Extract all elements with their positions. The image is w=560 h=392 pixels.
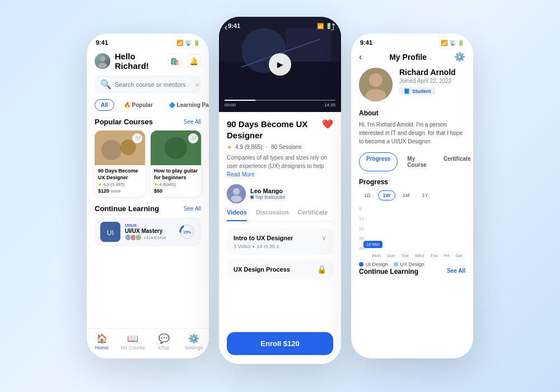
course-card-1[interactable]: 🤍 90 Days Become UX Designer ★ 4.9 (9.86… (95, 130, 145, 197)
heart-icon-1[interactable]: 🤍 (132, 133, 142, 143)
continue-name: UI/UX Mastery (125, 228, 174, 234)
tab-discussion[interactable]: Discussion (256, 209, 289, 221)
enroll-button[interactable]: Enroll $120 (227, 332, 333, 355)
star-icon: ★ (98, 182, 102, 187)
video-progress-track[interactable] (225, 100, 335, 101)
course-thumb-2: 🤍 (151, 130, 201, 165)
profile-continue-see-all[interactable]: See All (447, 268, 465, 276)
svg-point-17 (233, 188, 240, 195)
wifi-icon: 📡 (185, 40, 192, 46)
course-price-1: $120 $220 (98, 188, 142, 194)
read-more-link[interactable]: Read More (227, 171, 254, 178)
search-bar[interactable]: 🔍 ≡ (95, 75, 201, 94)
bottom-nav: 🏠 Home 📖 My Course 💬 Chat ⚙️ Settings (87, 328, 209, 358)
course-name-2: How to play guitar for beginners (154, 168, 198, 181)
continue-see-all[interactable]: See All (184, 206, 201, 212)
instructor-row: Leo Mango Top Instructor (227, 184, 333, 203)
time-tab-1w[interactable]: 1W (378, 190, 396, 200)
svg-point-20 (369, 73, 382, 87)
about-text: Hi, I'm Richard Arnold. I'm a person int… (359, 120, 465, 146)
notification-button[interactable]: 🔔 (186, 54, 201, 68)
course-name-1: 90 Days Become UX Designer (98, 168, 142, 181)
tab-certificate[interactable]: Certificate (298, 209, 328, 221)
popular-courses-header: Popular Courses See All (87, 116, 209, 130)
profile-user-section: Richard Arnold Joined April 22, 2022 📘 S… (351, 68, 473, 109)
nav-chat[interactable]: 💬 Chat (153, 333, 175, 351)
instructor-name: Leo Mango (250, 188, 286, 194)
lesson-title-2: UX Design Process (234, 266, 290, 273)
time-tab-1d[interactable]: 1D (359, 190, 376, 200)
course-icon: 📖 (127, 333, 138, 344)
profile-joined: Joined April 22, 2022 (399, 78, 465, 84)
tab-videos[interactable]: Videos (227, 209, 247, 221)
sessions-count: 80 Sessions (271, 144, 301, 150)
svg-rect-14 (286, 28, 331, 62)
continue-info: UI/UX UI/UX Mastery +41k Enroll (125, 223, 174, 241)
course-author-2: ★ 4.8(865) (154, 182, 198, 187)
course-thumb-1: 🤍 (95, 130, 145, 165)
settings-gear-icon[interactable]: ⚙️ (454, 52, 465, 62)
lesson-title-1: Intro to UX Designer (234, 235, 293, 241)
play-button[interactable]: ▶ (269, 53, 291, 76)
profile-info: Richard Arnold Joined April 22, 2022 📘 S… (399, 68, 465, 95)
lesson-item-1[interactable]: Intro to UX Designer ∨ 3 Video 14 m 35 s (227, 228, 333, 255)
nav-settings[interactable]: ⚙️ Settings (183, 333, 205, 351)
about-title: About (359, 109, 465, 117)
search-input[interactable] (115, 81, 192, 88)
progress-section-title: Progress (359, 178, 465, 186)
lesson-item-2[interactable]: UX Design Process 🔒 (227, 259, 333, 279)
lesson-header-1: Intro to UX Designer ∨ (234, 234, 326, 242)
rating-value: 4.9 (9.865) (235, 144, 262, 150)
course-card-2[interactable]: 🤍 How to play guitar for beginners ★ 4.8… (151, 130, 201, 197)
signal-icon-3: 📶 (441, 40, 447, 46)
time-tab-1m[interactable]: 1M (398, 190, 415, 200)
nav-my-course[interactable]: 📖 My Course (120, 333, 145, 351)
lock-icon: 🔒 (317, 265, 326, 274)
popular-see-all[interactable]: See All (184, 119, 201, 125)
home-header: Hello Richard! 🛍️ 🔔 (87, 48, 209, 75)
legend-dot-ux (394, 262, 398, 267)
continue-tag: UI/UX (125, 223, 174, 228)
enroll-section: Enroll $120 (219, 325, 341, 364)
courses-list: 🤍 90 Days Become UX Designer ★ 4.9 (9.86… (87, 130, 209, 203)
video-player: ▶ ‹ ⤴ 9:41 📶 🔋 00:00 14:35 (219, 17, 341, 112)
chat-icon: 💬 (158, 333, 170, 344)
header-action-icons: 🛍️ 🔔 (167, 54, 201, 68)
profile-tab-progress[interactable]: Progress (359, 152, 398, 171)
about-section: About Hi, I'm Richard Arnold. I'm a pers… (351, 109, 473, 152)
profile-tab-mycourse[interactable]: My Course (400, 152, 433, 171)
back-button[interactable]: ‹ (359, 52, 362, 62)
time-tab-1y[interactable]: 1Y (417, 190, 433, 200)
bag-button[interactable]: 🛍️ (167, 54, 182, 68)
continue-thumb: UI (100, 222, 120, 242)
tab-all[interactable]: All (95, 99, 114, 111)
filter-icon[interactable]: ≡ (195, 81, 199, 88)
course-content-tabs: Videos Discussion Certificate (227, 209, 333, 222)
avatar-3 (135, 234, 142, 241)
rating-stars: ★ (227, 144, 232, 150)
lesson-header-2: UX Design Process 🔒 (234, 265, 326, 274)
search-icon: 🔍 (100, 79, 111, 90)
svg-text:UI: UI (107, 229, 114, 237)
tab-learning-path[interactable]: 🔷 Learning Path (162, 99, 209, 111)
course-price-2: $50 (154, 188, 198, 194)
favorite-icon[interactable]: ❤️ (322, 119, 333, 129)
nav-home[interactable]: 🏠 Home (91, 333, 113, 351)
continue-title: Continue Learning (95, 204, 159, 213)
phone-profile: 9:41 📶 📡 🔋 ‹ My Profile ⚙️ Richard Arnol… (351, 34, 473, 358)
svg-point-3 (101, 140, 122, 160)
signal-icon-2: 📶 (317, 23, 324, 29)
legend-dot-ui (359, 262, 363, 267)
course-main-title: 90 Days Become UX Designer (227, 119, 322, 141)
continue-enrolled: +41k Enroll (125, 234, 174, 241)
heart-icon-2[interactable]: 🤍 (188, 133, 198, 143)
profile-tab-certificate[interactable]: Certificate (436, 152, 473, 171)
student-icon: 📘 (404, 88, 410, 94)
time-period-tabs: 1D 1W 1M 1Y (359, 190, 465, 200)
continue-card[interactable]: UI UI/UX UI/UX Mastery +41k Enroll (95, 217, 201, 246)
profile-page-title: My Profile (389, 53, 427, 62)
tab-popular[interactable]: 🔥 Popular (118, 99, 159, 111)
instructor-avatar (227, 184, 246, 203)
course-rating-row: ★ 4.9 (9.865) • 80 Sessions (227, 144, 333, 150)
settings-icon: ⚙️ (188, 333, 199, 344)
